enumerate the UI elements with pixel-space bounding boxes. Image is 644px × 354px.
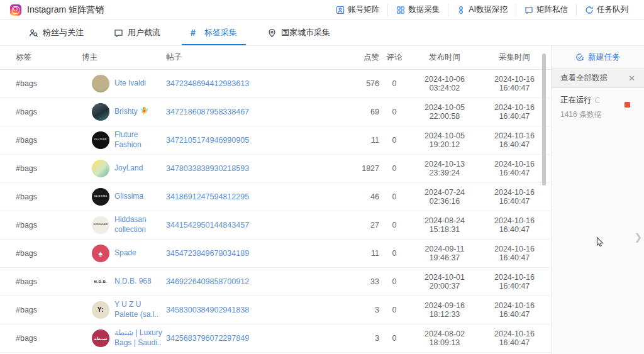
likes-count: 33 [349, 277, 379, 286]
col-header-blogger: 博主 [82, 52, 166, 63]
stop-task-button[interactable] [625, 102, 630, 108]
table-body: #bags Ute Ivaldi 3472348694412983613 576… [0, 70, 551, 353]
brand: Instagram 矩阵营销 [10, 4, 104, 16]
new-task-button[interactable]: 新建任务 [552, 46, 644, 69]
nav-item-ai-mining[interactable]: AI数据深挖 [448, 4, 516, 16]
comments-count: 0 [379, 277, 409, 286]
blogger-name-link[interactable]: Y U Z U Palette (sa.l.. [114, 300, 166, 319]
blogger-avatar[interactable] [92, 103, 109, 121]
post-id-link[interactable]: 3472186087958338467 [166, 108, 349, 116]
tag-cell: #bags [16, 192, 82, 201]
likes-count: 11 [349, 249, 379, 258]
publish-time: 2024-10-01 20:00:37 [409, 273, 480, 290]
tab-user-intercept[interactable]: 用户截流 [99, 20, 175, 45]
blogger-avatar[interactable]: Y: [92, 301, 109, 319]
post-id-link[interactable]: 3441542950144843457 [166, 221, 349, 230]
view-all-label: 查看全部数据 [560, 73, 608, 84]
tag-cell: #bags [16, 277, 82, 286]
post-id-link[interactable]: 3418691247594812295 [166, 192, 349, 201]
blogger-avatar[interactable]: ♠ [92, 245, 109, 262]
tab-hashtag-collect[interactable]: # 标签采集 [175, 20, 252, 45]
collect-time: 2024-10-16 16:40:47 [480, 131, 549, 149]
table-row: #bags JoyLand 3478033838930218593 1827 0… [0, 155, 551, 183]
tab-label: 粉丝与关注 [43, 27, 84, 38]
table-row: #bags Y: Y U Z U Palette (sa.l.. 3458300… [0, 296, 551, 324]
col-header-tag: 标签 [16, 52, 82, 63]
hashtag-posts-table: 标签 博主 帖子 点赞 评论 发布时间 采集时间 #bags Ute Ivald… [0, 46, 552, 354]
post-id-link[interactable]: 3425683796072297849 [166, 334, 349, 343]
blogger-name-link[interactable]: Ute Ivaldi [114, 79, 146, 89]
blogger-avatar[interactable]: GLISSIMA [92, 188, 109, 206]
tag-cell: #bags [16, 221, 82, 230]
collect-time: 2024-10-16 16:40:47 [480, 75, 549, 92]
blogger-avatar[interactable]: شنطة [92, 329, 109, 347]
fans-follow-icon [29, 28, 38, 38]
view-all-data-bar[interactable]: 查看全部数据 ✕ [552, 69, 644, 88]
publish-time: 2024-09-16 18:12:33 [409, 301, 480, 319]
tab-fans-follow[interactable]: 粉丝与关注 [14, 20, 99, 45]
likes-count: 27 [349, 221, 379, 230]
data-collect-icon [396, 6, 405, 14]
blogger-name-link[interactable]: Fluture Fashion [114, 130, 166, 150]
new-task-icon [575, 53, 584, 62]
tab-country-city-collect[interactable]: 国家城市采集 [252, 20, 345, 45]
post-id-link[interactable]: 3458300384902941838 [166, 306, 349, 314]
nav-label: 矩阵私信 [536, 4, 568, 15]
app-title: Instagram 矩阵营销 [27, 4, 104, 16]
blogger-name-link[interactable]: Glissima [114, 192, 143, 202]
blogger-avatar[interactable]: N.D.B. [92, 273, 109, 290]
blogger-avatar[interactable] [92, 160, 109, 177]
close-icon[interactable]: ✕ [628, 74, 635, 83]
col-header-post: 帖子 [166, 52, 349, 63]
post-id-link[interactable]: 3478033838930218593 [166, 164, 349, 173]
account-matrix-icon [336, 6, 345, 14]
task-status-card: 正在运行 1416 条数据 [552, 88, 644, 127]
nav-item-account-matrix[interactable]: 账号矩阵 [328, 4, 387, 16]
blogger-name-link[interactable]: Spade [114, 248, 136, 258]
new-task-label: 新建任务 [588, 52, 621, 63]
likes-count: 46 [349, 192, 379, 201]
col-header-publish-time: 发布时间 [409, 52, 480, 63]
nav-label: 数据采集 [408, 4, 440, 15]
table-scrollbar[interactable] [542, 53, 546, 185]
post-id-link[interactable]: 3472105174946990905 [166, 136, 349, 145]
publish-time: 2024-08-02 18:09:13 [409, 329, 480, 347]
blogger-name-link[interactable]: N.D.B. 968 [114, 277, 152, 287]
matrix-dm-icon [525, 6, 533, 14]
blogger-name-link[interactable]: Hiddasan collection [114, 215, 166, 235]
tag-cell: #bags [16, 79, 82, 88]
blogger-cell: ♠ Spade [82, 245, 166, 262]
collect-time: 2024-10-16 16:40:47 [480, 160, 549, 177]
likes-count: 11 [349, 136, 379, 145]
tag-cell: #bags [16, 306, 82, 314]
nav-item-matrix-dm[interactable]: 矩阵私信 [516, 4, 576, 16]
task-side-panel: 新建任务 查看全部数据 ✕ 正在运行 1416 条数据 ❯ [552, 46, 644, 354]
nav-item-data-collect[interactable]: 数据采集 [387, 4, 448, 16]
table-header-row: 标签 博主 帖子 点赞 评论 发布时间 采集时间 [0, 46, 551, 70]
likes-count: 3 [349, 334, 379, 343]
col-header-collect-time: 采集时间 [480, 52, 549, 63]
publish-time: 2024-10-06 03:24:02 [409, 75, 480, 92]
post-id-link[interactable]: 3454723849678034189 [166, 249, 349, 258]
nav-label: AI数据深挖 [469, 4, 508, 15]
publish-time: 2024-07-24 02:36:16 [409, 188, 480, 206]
blogger-name-link[interactable]: JoyLand [114, 163, 143, 174]
table-row: #bags GLISSIMA Glissima 3418691247594812… [0, 183, 551, 211]
collapse-panel-chevron-icon[interactable]: ❯ [634, 231, 642, 243]
col-header-comments: 评论 [379, 52, 409, 63]
blogger-avatar[interactable] [92, 75, 109, 92]
blogger-name-link[interactable]: شنطة | Luxury Bags | Saudi.. [114, 328, 166, 348]
blogger-avatar[interactable]: FLUTURE [92, 131, 109, 149]
blogger-avatar[interactable]: HIDDASAN [92, 216, 109, 234]
blogger-cell: Ute Ivaldi [82, 75, 166, 92]
comments-count: 0 [379, 249, 409, 258]
nav-label: 账号矩阵 [348, 4, 379, 15]
publish-time: 2024-10-05 19:20:12 [409, 131, 480, 149]
post-id-link[interactable]: 3469226409858700912 [166, 277, 349, 286]
blogger-cell: FLUTURE Fluture Fashion [82, 130, 166, 150]
blogger-name-link[interactable]: Brishty 🧚 [114, 107, 149, 117]
nav-item-task-queue[interactable]: 任务队列 [576, 4, 636, 16]
collect-time: 2024-10-16 16:40:47 [480, 329, 549, 347]
app-header: Instagram 矩阵营销 账号矩阵 数据采集 AI数据深挖 矩阵私信 [0, 0, 644, 20]
post-id-link[interactable]: 3472348694412983613 [166, 79, 349, 88]
